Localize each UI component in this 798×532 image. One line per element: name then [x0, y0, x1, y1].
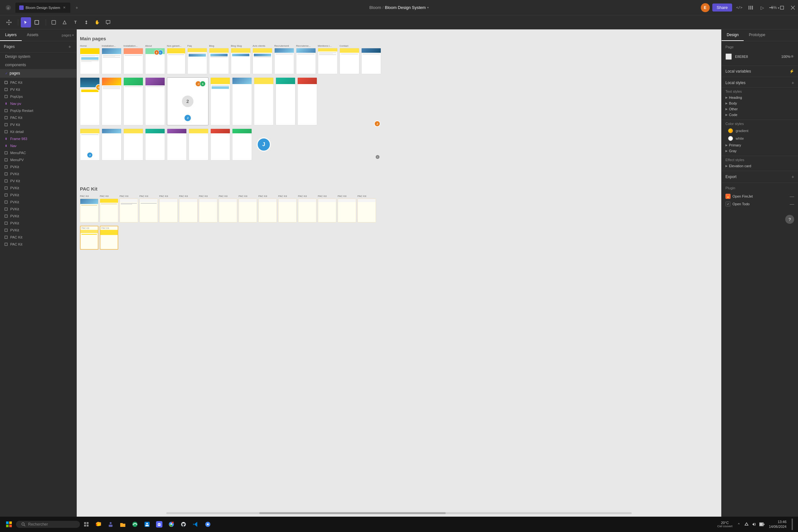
frame-blogslug[interactable]: [231, 48, 251, 74]
component-tool-btn[interactable]: [81, 17, 92, 27]
taskbar-clock[interactable]: 13:46 14/06/2024: [766, 519, 789, 529]
tab-prototype[interactable]: Prototype: [744, 30, 770, 41]
layer-pv-kit-1[interactable]: PV Kit: [0, 86, 76, 93]
layer-pvkit-9[interactable]: PVKit: [0, 227, 76, 234]
visibility-toggle[interactable]: 👁: [790, 54, 794, 59]
layer-pac-kit-3[interactable]: PAC Kit: [0, 234, 76, 241]
frame-nosgarant[interactable]: [167, 48, 186, 74]
frame-large-2[interactable]: [102, 77, 121, 125]
layer-pvkit-5[interactable]: PVKit: [0, 198, 76, 206]
shapes-tool-btn[interactable]: [49, 17, 59, 27]
frame-faq[interactable]: [187, 48, 207, 74]
share-button[interactable]: Share: [712, 3, 733, 12]
text-tool-btn[interactable]: T: [70, 17, 80, 27]
layer-frame-983[interactable]: Frame 983: [0, 135, 76, 142]
primary-style-group[interactable]: ▶ Primary: [725, 142, 794, 148]
present-btn[interactable]: ▷: [758, 3, 767, 12]
frame-contact[interactable]: [340, 48, 359, 74]
show-desktop-btn[interactable]: [792, 518, 793, 530]
layer-pac-kit-4[interactable]: PAC Kit: [0, 241, 76, 248]
pac-frame-7[interactable]: [199, 198, 217, 223]
frame-large-3[interactable]: [124, 77, 143, 125]
layer-pvkit-8[interactable]: PVKit: [0, 220, 76, 227]
pac-frame-12[interactable]: [298, 198, 317, 223]
pac-frame-10[interactable]: [258, 198, 277, 223]
hand-tool-btn[interactable]: ✋: [92, 17, 102, 27]
frame-install2[interactable]: [124, 48, 143, 74]
layer-popup-restart[interactable]: PopUp Restart: [0, 107, 76, 114]
pac-frame-5[interactable]: [159, 198, 178, 223]
start-button[interactable]: [3, 518, 15, 531]
pac-frame-11[interactable]: [278, 198, 297, 223]
tray-sound[interactable]: [751, 521, 757, 528]
frame-large-5[interactable]: J: [210, 77, 230, 125]
taskbar-folder[interactable]: [117, 518, 129, 530]
page-design-system[interactable]: Design system: [0, 53, 76, 61]
pages-dropdown-label[interactable]: pages: [62, 33, 71, 37]
layer-pac-kit-2[interactable]: PAC Kit: [0, 114, 76, 121]
canvas-scrollbar[interactable]: [166, 512, 632, 514]
breadcrumb-file[interactable]: Bloom Design System: [385, 5, 426, 10]
frame-j-avatar-area[interactable]: J: [254, 129, 274, 160]
pac-frame-highlight-2[interactable]: PAC Kit: [100, 226, 118, 250]
pac-frame-13[interactable]: [318, 198, 336, 223]
layer-menu-pv[interactable]: MenuPV: [0, 156, 76, 164]
canvas[interactable]: Main pages Home Installation... Installa…: [77, 30, 721, 517]
frame-r3-3[interactable]: [124, 129, 143, 160]
taskbar-explorer[interactable]: [93, 518, 104, 530]
taskbar-github[interactable]: [178, 518, 189, 530]
taskbar-edge[interactable]: [129, 518, 141, 530]
todo-collapse-btn[interactable]: —: [790, 202, 794, 207]
frame-large-7[interactable]: [254, 77, 274, 125]
page-components[interactable]: components: [0, 61, 76, 69]
win-minimize-btn[interactable]: [766, 4, 776, 12]
task-view-btn[interactable]: [80, 518, 92, 530]
tab-design[interactable]: Design: [722, 30, 744, 41]
tray-network[interactable]: [743, 521, 750, 528]
layer-pvkit-4[interactable]: PVKit: [0, 191, 76, 198]
pac-frame-4[interactable]: [139, 198, 158, 223]
frame-last[interactable]: [361, 48, 381, 74]
body-style-group[interactable]: ▶ Body: [725, 100, 794, 106]
page-pages[interactable]: ✓ pages: [0, 69, 76, 77]
local-variables-icon[interactable]: ⚡: [790, 69, 794, 74]
frame-tool-btn[interactable]: [32, 17, 42, 27]
frame-r3-2[interactable]: [102, 129, 121, 160]
layer-menu-pac[interactable]: MenuPAC: [0, 149, 76, 156]
layer-pvkit-7[interactable]: PVKit: [0, 213, 76, 220]
layer-pvkit-6[interactable]: PVKit: [0, 206, 76, 213]
frame-recrut2[interactable]: [296, 48, 316, 74]
frame-install1[interactable]: [102, 48, 121, 74]
layer-pvkit-2[interactable]: PVKit: [0, 170, 76, 177]
tab-layers[interactable]: Layers: [0, 30, 22, 41]
layer-pvkit-3[interactable]: PVKit: [0, 185, 76, 191]
white-color-item[interactable]: white: [725, 135, 794, 142]
frame-recrut1[interactable]: [274, 48, 294, 74]
home-tool-btn[interactable]: [4, 17, 14, 27]
pac-frame-3[interactable]: [119, 198, 138, 223]
pen-tool-btn[interactable]: [59, 17, 70, 27]
gray-style-group[interactable]: ▶ Gray: [725, 148, 794, 154]
tray-chevron[interactable]: ^: [736, 521, 742, 528]
frame-r3-5[interactable]: [167, 129, 187, 160]
weather-widget[interactable]: 20°C Ciel couvert: [717, 521, 733, 528]
browser-tab-active[interactable]: Bloom Design System ✕: [15, 3, 70, 13]
pages-dropdown-arrow[interactable]: ▾: [72, 34, 74, 37]
frame-r3-7[interactable]: [210, 129, 230, 160]
scrollbar-thumb[interactable]: [259, 512, 445, 514]
frame-avis[interactable]: [252, 48, 272, 74]
frame-r3-6[interactable]: [189, 129, 208, 160]
frame-r3-4[interactable]: [145, 129, 165, 160]
taskbar-chrome2[interactable]: [202, 518, 213, 530]
layer-pv-kit-3[interactable]: PV Kit: [0, 177, 76, 185]
frame-large-1[interactable]: G: [80, 77, 100, 125]
frame-about[interactable]: E I: [145, 48, 165, 74]
pac-frame-9[interactable]: [239, 198, 257, 223]
pac-frame-15[interactable]: [358, 198, 376, 223]
pac-frame-1[interactable]: [80, 198, 98, 223]
tray-battery[interactable]: [759, 521, 765, 528]
layer-nav-pv[interactable]: Nav pv: [0, 100, 76, 107]
heading-style-group[interactable]: ▶ Heading: [725, 95, 794, 100]
tab-add-btn[interactable]: +: [73, 4, 80, 12]
taskbar-store[interactable]: [141, 518, 153, 530]
